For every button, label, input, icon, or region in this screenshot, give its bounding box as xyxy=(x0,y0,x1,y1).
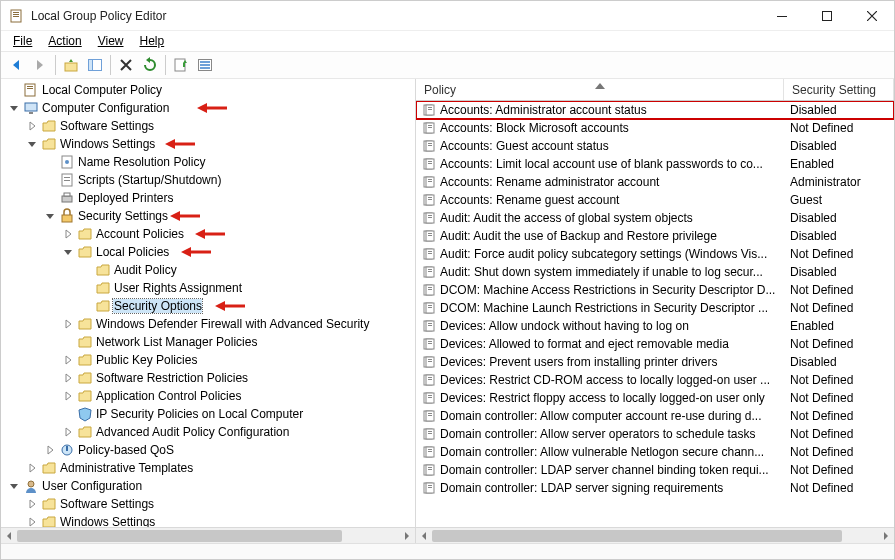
tree-security-options[interactable]: Security Options xyxy=(5,297,415,315)
show-hide-tree-button[interactable] xyxy=(84,54,106,76)
tree-network-list[interactable]: Network List Manager Policies xyxy=(5,333,415,351)
policy-row[interactable]: Domain controller: Allow vulnerable Netl… xyxy=(416,443,894,461)
menu-help[interactable]: Help xyxy=(132,33,173,49)
folder-icon xyxy=(41,496,57,512)
policy-row[interactable]: Devices: Restrict CD-ROM access to local… xyxy=(416,371,894,389)
tree-audit-policy[interactable]: Audit Policy xyxy=(5,261,415,279)
collapse-icon[interactable] xyxy=(25,137,39,151)
tree-policy-qos[interactable]: Policy-based QoS xyxy=(5,441,415,459)
menu-file[interactable]: File xyxy=(5,33,40,49)
policy-row[interactable]: Accounts: Block Microsoft accountsNot De… xyxy=(416,119,894,137)
tree-account-policies[interactable]: Account Policies xyxy=(5,225,415,243)
policy-row[interactable]: Accounts: Rename administrator accountAd… xyxy=(416,173,894,191)
expand-icon[interactable] xyxy=(43,443,57,457)
collapse-icon[interactable] xyxy=(61,245,75,259)
policy-row[interactable]: DCOM: Machine Access Restrictions in Sec… xyxy=(416,281,894,299)
maximize-button[interactable] xyxy=(804,1,849,31)
tree-windows-settings[interactable]: Windows Settings xyxy=(5,135,415,153)
scroll-left-icon[interactable] xyxy=(1,528,17,544)
policy-row[interactable]: Domain controller: Allow server operator… xyxy=(416,425,894,443)
tree-app-control[interactable]: Application Control Policies xyxy=(5,387,415,405)
scroll-thumb[interactable] xyxy=(432,530,842,542)
tree-deployed-printers[interactable]: Deployed Printers xyxy=(5,189,415,207)
policy-item-icon xyxy=(422,246,438,262)
scroll-left-icon[interactable] xyxy=(416,528,432,544)
svg-rect-33 xyxy=(428,107,432,108)
svg-rect-4 xyxy=(777,16,787,17)
policy-row[interactable]: Audit: Audit the access of global system… xyxy=(416,209,894,227)
scroll-track[interactable] xyxy=(17,528,399,544)
tree-ip-security[interactable]: IP Security Policies on Local Computer xyxy=(5,405,415,423)
policy-row[interactable]: Devices: Restrict floppy access to local… xyxy=(416,389,894,407)
back-button[interactable] xyxy=(5,54,27,76)
tree-software-settings[interactable]: Software Settings xyxy=(5,117,415,135)
refresh-button[interactable] xyxy=(139,54,161,76)
tree-computer-config[interactable]: Computer Configuration xyxy=(5,99,415,117)
tree-root[interactable]: Local Computer Policy xyxy=(5,81,415,99)
tree-scripts[interactable]: Scripts (Startup/Shutdown) xyxy=(5,171,415,189)
tree-scrollbar[interactable] xyxy=(1,527,415,543)
expand-icon[interactable] xyxy=(25,461,39,475)
delete-button[interactable] xyxy=(115,54,137,76)
policy-item-icon xyxy=(422,336,438,352)
policy-row[interactable]: Audit: Audit the use of Backup and Resto… xyxy=(416,227,894,245)
up-button[interactable] xyxy=(60,54,82,76)
policy-row[interactable]: Domain controller: Allow computer accoun… xyxy=(416,407,894,425)
collapse-icon[interactable] xyxy=(43,209,57,223)
forward-button[interactable] xyxy=(29,54,51,76)
policy-row[interactable]: Accounts: Limit local account use of bla… xyxy=(416,155,894,173)
policy-row[interactable]: Devices: Prevent users from installing p… xyxy=(416,353,894,371)
policy-row[interactable]: Accounts: Rename guest accountGuest xyxy=(416,191,894,209)
tree-software-restriction[interactable]: Software Restriction Policies xyxy=(5,369,415,387)
svg-rect-41 xyxy=(428,143,432,144)
expand-icon[interactable] xyxy=(61,425,75,439)
expand-icon[interactable] xyxy=(61,389,75,403)
scroll-right-icon[interactable] xyxy=(878,528,894,544)
policy-row[interactable]: Domain controller: LDAP server signing r… xyxy=(416,479,894,497)
policy-row[interactable]: DCOM: Machine Launch Restrictions in Sec… xyxy=(416,299,894,317)
policy-row[interactable]: Devices: Allowed to format and eject rem… xyxy=(416,335,894,353)
menu-action[interactable]: Action xyxy=(40,33,89,49)
tree-user-software-settings[interactable]: Software Settings xyxy=(5,495,415,513)
expand-icon[interactable] xyxy=(25,497,39,511)
list-scrollbar[interactable] xyxy=(416,527,894,543)
menu-view[interactable]: View xyxy=(90,33,132,49)
policy-item-icon xyxy=(422,444,438,460)
tree-admin-templates[interactable]: Administrative Templates xyxy=(5,459,415,477)
tree-user-config[interactable]: User Configuration xyxy=(5,477,415,495)
filter-button[interactable] xyxy=(194,54,216,76)
scroll-track[interactable] xyxy=(432,528,878,544)
policy-row[interactable]: Accounts: Guest account statusDisabled xyxy=(416,137,894,155)
scroll-thumb[interactable] xyxy=(17,530,342,542)
policy-row[interactable]: Devices: Allow undock without having to … xyxy=(416,317,894,335)
tree-local-policies[interactable]: Local Policies xyxy=(5,243,415,261)
export-button[interactable] xyxy=(170,54,192,76)
tree-public-key[interactable]: Public Key Policies xyxy=(5,351,415,369)
expand-icon[interactable] xyxy=(25,119,39,133)
tree-advanced-audit[interactable]: Advanced Audit Policy Configuration xyxy=(5,423,415,441)
expand-icon[interactable] xyxy=(61,371,75,385)
tree-user-rights[interactable]: User Rights Assignment xyxy=(5,279,415,297)
tree-label: Local Policies xyxy=(95,245,169,259)
policy-row[interactable]: Audit: Force audit policy subcategory se… xyxy=(416,245,894,263)
tree-security-settings[interactable]: Security Settings xyxy=(5,207,415,225)
collapse-icon[interactable] xyxy=(7,479,21,493)
policy-row[interactable]: Audit: Shut down system immediately if u… xyxy=(416,263,894,281)
scroll-right-icon[interactable] xyxy=(399,528,415,544)
tree-name-resolution[interactable]: Name Resolution Policy xyxy=(5,153,415,171)
list-body[interactable]: Accounts: Administrator account statusDi… xyxy=(416,101,894,527)
policy-row[interactable]: Domain controller: LDAP server channel b… xyxy=(416,461,894,479)
policy-row[interactable]: Accounts: Administrator account statusDi… xyxy=(416,101,894,119)
close-button[interactable] xyxy=(849,1,894,31)
expand-icon[interactable] xyxy=(61,227,75,241)
column-header-policy[interactable]: Policy xyxy=(416,79,784,100)
toolbar-separator xyxy=(55,55,56,75)
expand-icon[interactable] xyxy=(61,317,75,331)
collapse-icon[interactable] xyxy=(7,101,21,115)
svg-rect-25 xyxy=(62,196,72,202)
tree-pane[interactable]: Local Computer Policy Computer Configura… xyxy=(1,79,416,543)
tree-wd-firewall[interactable]: Windows Defender Firewall with Advanced … xyxy=(5,315,415,333)
column-header-setting[interactable]: Security Setting xyxy=(784,79,894,100)
minimize-button[interactable] xyxy=(759,1,804,31)
expand-icon[interactable] xyxy=(61,353,75,367)
